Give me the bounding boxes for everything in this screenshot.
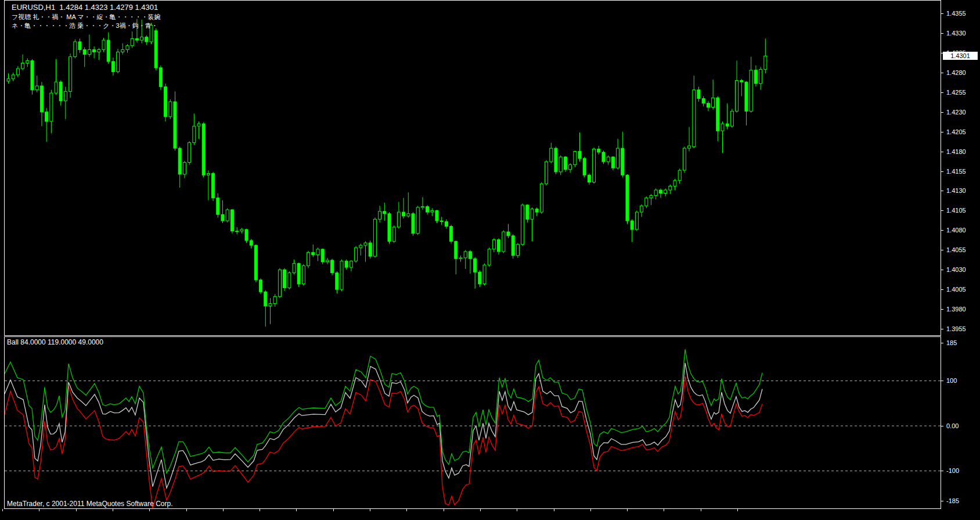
indicator-header-line-2: ネ・亀・・・・・・浩 乗・・・ク・3禍・鈎・青・ xyxy=(12,21,158,30)
candle-body xyxy=(759,69,762,83)
candle-body xyxy=(111,62,114,72)
time-tick xyxy=(333,509,334,511)
candle-body xyxy=(626,175,629,221)
indicator-axis-tick xyxy=(941,501,943,501)
time-tick xyxy=(444,509,444,511)
candle-body xyxy=(21,63,24,69)
candle-body xyxy=(464,252,467,258)
time-tick xyxy=(186,509,187,511)
candle-body xyxy=(240,229,243,231)
candle-body xyxy=(669,186,672,190)
candle-body xyxy=(154,31,157,68)
candle-body xyxy=(16,69,19,75)
price-axis-label: 1.4205 xyxy=(946,128,966,135)
time-tick xyxy=(113,509,113,511)
candle-body xyxy=(221,214,224,221)
price-axis-label: 1.4355 xyxy=(946,10,966,17)
time-tick xyxy=(406,509,407,511)
candle-body xyxy=(712,98,715,107)
candle-body xyxy=(164,87,167,117)
candle-body xyxy=(159,68,162,87)
candle-body xyxy=(31,60,34,89)
candle-body xyxy=(35,86,38,90)
time-tick xyxy=(701,509,701,511)
candle-body xyxy=(197,124,200,126)
candle-body xyxy=(383,211,386,214)
candle-body xyxy=(621,148,624,175)
candle-body xyxy=(554,148,557,172)
candle-body xyxy=(193,126,196,143)
candle-body xyxy=(569,165,572,170)
candle-body xyxy=(412,214,415,234)
candle-body xyxy=(355,248,358,261)
indicator-header-line-1: フ視聴 礼・・禍・ MA マ・・綻・亀・・・・・装婉 xyxy=(12,13,161,21)
candle-body xyxy=(64,91,67,101)
candle-body xyxy=(474,259,477,272)
candle-body xyxy=(593,149,596,182)
candle-body xyxy=(578,152,581,159)
candle-body xyxy=(117,52,120,72)
time-axis[interactable]: 19 May 201119 May 11:0019 May 19:0020 Ma… xyxy=(0,509,980,520)
green-line xyxy=(5,349,762,473)
time-tick xyxy=(39,509,39,511)
candle-body xyxy=(516,245,519,256)
candle-body xyxy=(635,212,638,229)
candle-body xyxy=(559,157,562,172)
candle-body xyxy=(126,46,129,50)
candle-body xyxy=(207,174,210,175)
candle-body xyxy=(630,221,633,229)
indicator-axis-tick xyxy=(941,471,943,471)
candle-body xyxy=(688,146,691,148)
price-axis-tick xyxy=(941,33,943,34)
current-price-tag: 1.4301 xyxy=(943,52,978,60)
candle-body xyxy=(650,196,653,198)
candle-body xyxy=(736,80,738,111)
indicator-canvas xyxy=(5,337,941,508)
price-axis-label: 1.4080 xyxy=(946,227,966,234)
candle-body xyxy=(373,219,376,256)
candle-body xyxy=(74,42,77,57)
candle-body xyxy=(212,174,215,198)
candle-body xyxy=(421,207,424,207)
time-tick xyxy=(296,509,297,511)
candle-body xyxy=(312,252,315,254)
candle-body xyxy=(302,266,305,284)
price-axis-label: 1.4180 xyxy=(946,148,966,155)
candle-body xyxy=(392,227,395,241)
candle-body xyxy=(40,86,43,112)
time-tick xyxy=(2,509,3,511)
candle-body xyxy=(345,261,348,267)
candle-body xyxy=(288,273,291,288)
candle-body xyxy=(693,90,696,147)
candle-body xyxy=(45,112,48,121)
candle-body xyxy=(602,152,605,162)
price-axis-tick xyxy=(941,191,943,191)
candle-body xyxy=(169,102,172,117)
candle-body xyxy=(369,243,372,256)
candle-body xyxy=(683,148,686,170)
candle-body xyxy=(764,56,767,69)
time-tick xyxy=(517,509,517,511)
candle-body xyxy=(7,79,10,81)
price-axis[interactable] xyxy=(941,0,980,509)
copyright-text: MetaTrader, c 2001-2011 MetaQuotes Softw… xyxy=(7,500,172,508)
candle-body xyxy=(478,272,481,284)
candle-body xyxy=(716,98,719,131)
price-axis-tick xyxy=(941,132,943,132)
red-line xyxy=(5,376,762,508)
candle-body xyxy=(321,249,324,262)
candle-body xyxy=(707,103,709,107)
candle-body xyxy=(59,82,62,101)
candle-body xyxy=(98,49,100,52)
price-axis-tick xyxy=(941,210,943,211)
main-chart-pane[interactable]: EURUSD,H1 1.4284 1.4323 1.4279 1.4301 フ視… xyxy=(4,0,941,336)
price-axis-tick xyxy=(941,270,943,270)
candle-body xyxy=(55,82,57,93)
candle-body xyxy=(121,49,124,52)
indicator-subwindow[interactable] xyxy=(4,336,941,509)
candle-body xyxy=(445,221,448,226)
candle-body xyxy=(740,80,743,82)
candle-body xyxy=(69,57,72,92)
price-axis-label: 1.4155 xyxy=(946,168,966,175)
candle-body xyxy=(511,236,514,256)
